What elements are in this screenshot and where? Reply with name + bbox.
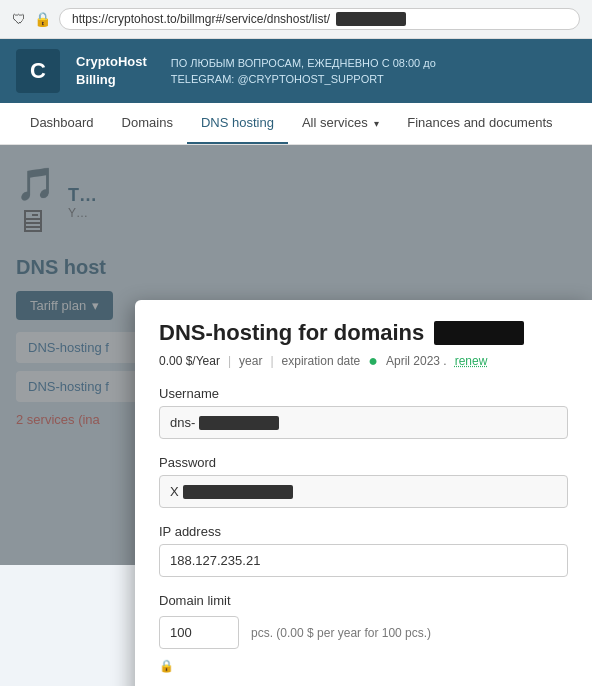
- nav-all-services[interactable]: All services ▾: [288, 103, 393, 144]
- ip-address-group: IP address: [159, 524, 568, 577]
- browser-bar: 🛡 🔒 https://cryptohost.to/billmgr#/servi…: [0, 0, 592, 39]
- domain-limit-group: Domain limit pcs. (0.00 $ per year for 1…: [159, 593, 568, 649]
- nav-dns-hosting[interactable]: DNS hosting: [187, 103, 288, 144]
- modal-dialog: DNS-hosting for domains 0.00 $/Year | ye…: [135, 300, 592, 686]
- domain-limit-input[interactable]: [159, 616, 239, 649]
- username-field-wrapper[interactable]: dns-: [159, 406, 568, 439]
- ip-address-label: IP address: [159, 524, 568, 539]
- username-prefix: dns-: [170, 415, 195, 430]
- username-group: Username dns-: [159, 386, 568, 439]
- header-notice: ПО ЛЮБЫМ ВОПРОСАМ, ЕЖЕДНЕВНО С 08:00 до …: [171, 55, 436, 88]
- username-redacted: [199, 416, 279, 430]
- modal-meta: 0.00 $/Year | year | expiration date ● A…: [159, 352, 568, 370]
- password-group: Password X: [159, 455, 568, 508]
- site-header: C CryptoHost Billing ПО ЛЮБЫМ ВОПРОСАМ, …: [0, 39, 592, 103]
- modal-title-redacted: [434, 321, 524, 345]
- password-prefix: X: [170, 484, 179, 499]
- password-label: Password: [159, 455, 568, 470]
- nav-dashboard[interactable]: Dashboard: [16, 103, 108, 144]
- password-redacted: [183, 485, 293, 499]
- lock-note: 🔒: [159, 659, 568, 673]
- modal-title: DNS-hosting for domains: [159, 320, 568, 346]
- shield-icon: 🛡: [12, 11, 26, 27]
- url-text: https://cryptohost.to/billmgr#/service/d…: [72, 12, 330, 26]
- lock-icon: 🔒: [34, 11, 51, 27]
- page-content: 🎵🖥 T… Y… DNS host Tariff plan ▾ DNS-host…: [0, 145, 592, 565]
- logo-icon: C: [16, 49, 60, 93]
- url-bar[interactable]: https://cryptohost.to/billmgr#/service/d…: [59, 8, 580, 30]
- domain-limit-row: pcs. (0.00 $ per year for 100 pcs.): [159, 616, 568, 649]
- main-nav: Dashboard Domains DNS hosting All servic…: [0, 103, 592, 145]
- renew-link[interactable]: renew: [455, 354, 488, 368]
- chevron-down-icon: ▾: [374, 118, 379, 129]
- nav-finances[interactable]: Finances and documents: [393, 103, 566, 144]
- modal-period: year: [239, 354, 262, 368]
- modal-expiration-date: April 2023 .: [386, 354, 447, 368]
- ip-address-input[interactable]: [159, 544, 568, 577]
- domain-limit-note: pcs. (0.00 $ per year for 100 pcs.): [251, 626, 431, 640]
- domain-limit-label: Domain limit: [159, 593, 568, 608]
- lock-icon: 🔒: [159, 659, 174, 673]
- logo-text: CryptoHost Billing: [76, 53, 147, 89]
- url-redacted: [336, 12, 406, 26]
- modal-expiration-label: expiration date: [282, 354, 361, 368]
- expiration-dot-icon: ●: [368, 352, 378, 370]
- password-field-wrapper[interactable]: X: [159, 475, 568, 508]
- username-label: Username: [159, 386, 568, 401]
- modal-price: 0.00 $/Year: [159, 354, 220, 368]
- modal-header: DNS-hosting for domains 0.00 $/Year | ye…: [159, 320, 568, 370]
- nav-domains[interactable]: Domains: [108, 103, 187, 144]
